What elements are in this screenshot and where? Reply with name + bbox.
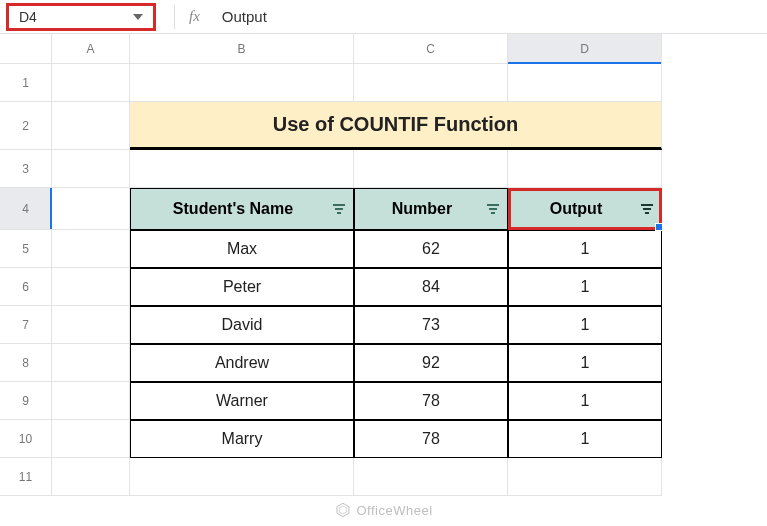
- grid-area: ABCD Use of COUNTIF FunctionStudent's Na…: [52, 34, 767, 526]
- divider: [174, 5, 175, 29]
- cell[interactable]: [52, 188, 130, 230]
- cell[interactable]: [52, 230, 130, 268]
- cell[interactable]: 1: [508, 420, 662, 458]
- cell[interactable]: Marry: [130, 420, 354, 458]
- cell[interactable]: [130, 64, 354, 102]
- cell[interactable]: Max: [130, 230, 354, 268]
- logo-icon: [334, 502, 350, 518]
- column-header-d[interactable]: D: [508, 34, 662, 64]
- spreadsheet: 1234567891011 ABCD Use of COUNTIF Functi…: [0, 34, 767, 526]
- cell[interactable]: [354, 458, 508, 496]
- select-all-corner[interactable]: [0, 34, 52, 64]
- svg-marker-1: [339, 506, 346, 514]
- row-header-1[interactable]: 1: [0, 64, 52, 102]
- row-headers: 1234567891011: [0, 64, 52, 496]
- formula-input[interactable]: [222, 8, 761, 25]
- svg-marker-0: [336, 503, 348, 516]
- column-header-b[interactable]: B: [130, 34, 354, 64]
- cell[interactable]: 92: [354, 344, 508, 382]
- row-header-10[interactable]: 10: [0, 420, 52, 458]
- cell[interactable]: [52, 306, 130, 344]
- cell[interactable]: Warner: [130, 382, 354, 420]
- cell[interactable]: [354, 64, 508, 102]
- cell[interactable]: [52, 344, 130, 382]
- cell[interactable]: 1: [508, 230, 662, 268]
- cell[interactable]: Andrew: [130, 344, 354, 382]
- row-header-9[interactable]: 9: [0, 382, 52, 420]
- cell[interactable]: 78: [354, 420, 508, 458]
- cell[interactable]: [52, 64, 130, 102]
- row-header-4[interactable]: 4: [0, 188, 52, 230]
- row-header-5[interactable]: 5: [0, 230, 52, 268]
- column-header-c[interactable]: C: [354, 34, 508, 64]
- table-header[interactable]: Student's Name: [130, 188, 354, 230]
- cell[interactable]: [52, 382, 130, 420]
- cell[interactable]: 1: [508, 268, 662, 306]
- row-header-2[interactable]: 2: [0, 102, 52, 150]
- cell[interactable]: [508, 150, 662, 188]
- name-box-value: D4: [19, 9, 37, 25]
- cell[interactable]: 1: [508, 344, 662, 382]
- cell[interactable]: Peter: [130, 268, 354, 306]
- cell[interactable]: [130, 458, 354, 496]
- title-cell[interactable]: Use of COUNTIF Function: [130, 102, 662, 150]
- cell[interactable]: [508, 64, 662, 102]
- watermark-text: OfficeWheel: [356, 503, 432, 518]
- table-header[interactable]: Number: [354, 188, 508, 230]
- filter-icon[interactable]: [333, 204, 345, 214]
- cell[interactable]: David: [130, 306, 354, 344]
- cell[interactable]: 84: [354, 268, 508, 306]
- cell[interactable]: [354, 150, 508, 188]
- cell[interactable]: [52, 150, 130, 188]
- row-header-11[interactable]: 11: [0, 458, 52, 496]
- cell[interactable]: [130, 150, 354, 188]
- cell[interactable]: [52, 102, 130, 150]
- filter-icon[interactable]: [641, 204, 653, 214]
- cell[interactable]: 1: [508, 306, 662, 344]
- cell[interactable]: 78: [354, 382, 508, 420]
- cell[interactable]: 73: [354, 306, 508, 344]
- row-header-3[interactable]: 3: [0, 150, 52, 188]
- cells[interactable]: Use of COUNTIF FunctionStudent's NameNum…: [52, 64, 767, 496]
- cell[interactable]: [52, 268, 130, 306]
- cell[interactable]: 1: [508, 382, 662, 420]
- cell[interactable]: [508, 458, 662, 496]
- watermark: OfficeWheel: [334, 502, 432, 518]
- cell[interactable]: [52, 458, 130, 496]
- row-header-6[interactable]: 6: [0, 268, 52, 306]
- column-header-a[interactable]: A: [52, 34, 130, 64]
- left-gutter: 1234567891011: [0, 34, 52, 526]
- cell[interactable]: 62: [354, 230, 508, 268]
- cell[interactable]: [52, 420, 130, 458]
- row-header-8[interactable]: 8: [0, 344, 52, 382]
- filter-icon[interactable]: [487, 204, 499, 214]
- row-header-7[interactable]: 7: [0, 306, 52, 344]
- formula-bar: D4 fx: [0, 0, 767, 34]
- table-header[interactable]: Output: [508, 188, 662, 230]
- fx-icon: fx: [189, 8, 200, 25]
- name-box[interactable]: D4: [6, 3, 156, 31]
- column-headers: ABCD: [52, 34, 767, 64]
- chevron-down-icon: [133, 14, 143, 20]
